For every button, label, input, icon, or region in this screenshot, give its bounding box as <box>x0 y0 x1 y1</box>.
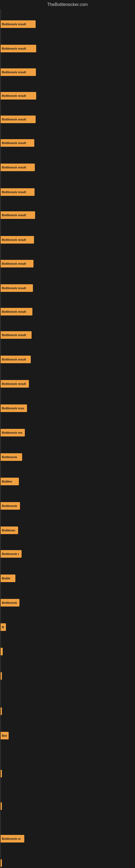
bottleneck-bar: Bottlen <box>1 478 19 485</box>
bar-row: Bottleneck result <box>1 115 36 124</box>
bottleneck-bar: B <box>1 623 6 631</box>
bar-label: Bottleneck result <box>2 262 26 265</box>
bar-row <box>1 671 2 681</box>
bottleneck-bar: Bottlenec <box>1 527 18 534</box>
bar-row: Bottleneck result <box>1 307 32 316</box>
bottleneck-bar: Bottleneck result <box>1 188 35 196</box>
bar-label: Bottleneck result <box>2 286 26 290</box>
bar-label: Bottleneck result <box>2 214 26 217</box>
bar-label: Bottleneck result <box>2 118 26 121</box>
bar-row: Bottleneck result <box>1 67 36 77</box>
bar-label: Bottleneck result <box>2 190 26 194</box>
bar-label: Bottleneck r <box>2 552 19 556</box>
bar-label: Bottleneck res <box>2 431 22 434</box>
bar-row: Bottleneck result <box>1 162 35 172</box>
bar-label: Bottlen <box>2 480 12 483</box>
bar-label: Bot <box>2 734 7 737</box>
bottleneck-bar: Bottleneck result <box>1 308 32 315</box>
bottleneck-bar: Bottleneck result <box>1 331 32 339</box>
bar-label: Bottleneck <box>2 456 17 459</box>
bar-row: Bottleneck result <box>1 91 36 100</box>
bar-row <box>1 769 2 778</box>
bottleneck-bar: Bottleneck result <box>1 116 36 123</box>
bottleneck-bar: Bottleneck result <box>1 163 35 171</box>
bar-label: Bottleneck resu <box>2 407 24 410</box>
bottleneck-bar: Bottleneck result <box>1 92 36 99</box>
bottleneck-bar: Bottleneck result <box>1 45 36 52</box>
bottleneck-bar <box>1 672 2 680</box>
bar-label: Bottleneck result <box>2 358 26 361</box>
bottleneck-bar: Bottleneck <box>1 453 22 461</box>
bar-row: Bottleneck result <box>1 330 32 340</box>
site-title-text: TheBottlenecker.com <box>47 2 88 7</box>
bar-row: Bottleneck <box>1 452 22 462</box>
bar-label: Bottleneck result <box>2 94 26 97</box>
site-title: TheBottlenecker.com <box>0 0 135 9</box>
bottleneck-bar: Bottleneck result <box>1 236 34 244</box>
bar-row: Bottleneck resu <box>1 403 27 413</box>
bottleneck-bar <box>1 770 2 777</box>
bottleneck-bar: Bottleneck res <box>1 429 25 436</box>
bar-label: Bottleneck result <box>2 382 26 385</box>
bar-row: B <box>1 622 6 632</box>
bar-label: Bottleneck result <box>2 333 26 337</box>
bottleneck-bar: Bottleneck result <box>1 211 35 219</box>
bar-row: Bottleneck result <box>1 19 36 29</box>
bar-row: Bottleneck r <box>1 549 21 558</box>
bottleneck-bar: Bottleneck result <box>1 139 34 147</box>
bottleneck-bar: Bottleneck result <box>1 20 36 28</box>
bottleneck-bar: Bottleneck resu <box>1 404 27 412</box>
bottleneck-bar: Bottle <box>1 575 15 582</box>
bar-row: Bottleneck result <box>1 354 31 364</box>
bars-container: Bottleneck resultBottleneck resultBottle… <box>0 9 135 868</box>
bar-row: Bottleneck <box>1 598 19 607</box>
bar-row: Bottleneck result <box>1 44 36 53</box>
bar-row <box>1 647 3 656</box>
bottleneck-bar <box>1 859 2 867</box>
bar-label: Bottleneck result <box>2 238 26 241</box>
bottleneck-bar: Bottleneck result <box>1 68 36 76</box>
bar-row <box>1 801 2 811</box>
bar-row: Bottle <box>1 574 15 583</box>
bar-row <box>1 858 2 868</box>
bar-label: Bottleneck result <box>2 70 26 74</box>
bottleneck-bar: Bottleneck re <box>1 835 24 842</box>
bar-label: Bottleneck result <box>2 166 26 169</box>
bottleneck-bar: Bottleneck result <box>1 380 29 388</box>
bar-label: Bottleneck re <box>2 837 21 840</box>
bar-row: Bottleneck res <box>1 428 25 437</box>
bottleneck-bar: Bottleneck result <box>1 355 31 363</box>
bar-row: Bottleneck result <box>1 259 34 268</box>
bar-label: Bottleneck result <box>2 310 26 313</box>
bar-row: Bottleneck result <box>1 210 35 220</box>
bar-row: Bottleneck result <box>1 138 34 148</box>
bottleneck-bar: Bottleneck r <box>1 550 21 558</box>
bar-row: Bottlenec <box>1 525 18 535</box>
bottleneck-bar <box>1 648 3 655</box>
bar-row: Bottleneck result <box>1 187 35 197</box>
bar-label: B <box>2 625 4 629</box>
bottleneck-bar: Bottleneck result <box>1 260 34 268</box>
bottleneck-bar <box>1 707 2 715</box>
bar-row: Bottleneck re <box>1 834 24 843</box>
bottleneck-bar: Bottleneck <box>1 502 20 510</box>
bar-label: Bottle <box>2 577 10 580</box>
bottleneck-bar <box>1 802 2 810</box>
bar-row: Bottleneck result <box>1 283 33 293</box>
bar-row: Bottleneck result <box>1 379 29 389</box>
bar-row: Bot <box>1 731 9 740</box>
bar-row: Bottlen <box>1 476 19 486</box>
bar-row: Bottleneck <box>1 501 20 510</box>
bar-label: Bottleneck result <box>2 47 26 50</box>
bottleneck-bar: Bottleneck <box>1 599 19 607</box>
bar-label: Bottleneck result <box>2 141 26 145</box>
bottleneck-bar: Bottleneck result <box>1 284 33 292</box>
bottleneck-bar: Bot <box>1 732 9 739</box>
bar-row <box>1 706 2 716</box>
bar-label: Bottlenec <box>2 529 15 532</box>
bar-label: Bottleneck <box>2 504 17 507</box>
bar-row: Bottleneck result <box>1 235 34 244</box>
bar-label: Bottleneck <box>2 601 17 604</box>
bar-label: Bottleneck result <box>2 23 26 26</box>
